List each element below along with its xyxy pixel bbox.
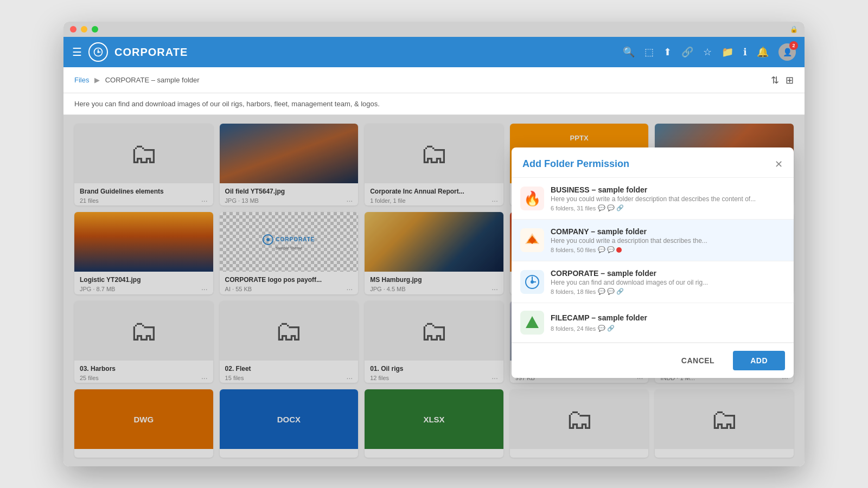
folder-stats-corporate: 8 folders, 18 files 💬 💬 🔗 [551, 288, 785, 295]
svg-marker-9 [526, 316, 539, 328]
folder-details-business: BUSINESS – sample folder Here you could … [551, 185, 785, 211]
folder-title-business: BUSINESS – sample folder [551, 185, 785, 194]
folder-count: 8 folders, 18 files [551, 288, 596, 295]
dialog-header: Add Folder Permission ✕ [512, 147, 794, 178]
folder-stats-business: 6 folders, 31 files 💬 💬 🔗 [551, 204, 785, 211]
folder-count: 6 folders, 31 files [551, 205, 596, 211]
folder-row-corporate[interactable]: CORPORATE – sample folder Here you can f… [512, 261, 794, 303]
maximize-button[interactable] [92, 26, 98, 33]
link-icon[interactable]: 🔗 [681, 46, 693, 58]
minimize-button[interactable] [81, 26, 87, 33]
lock-icon: 🔒 [790, 25, 798, 33]
titlebar: 🔒 [63, 22, 805, 37]
add-button[interactable]: ADD [733, 351, 785, 370]
page-description: Here you can find and download images of… [63, 93, 805, 115]
breadcrumb-current: CORPORATE – sample folder [105, 76, 200, 84]
breadcrumb-bar: Files ▶ CORPORATE – sample folder ⇅ ⊞ [63, 67, 805, 93]
folder-logo-business: 🔥 [520, 187, 544, 210]
folder-row-company[interactable]: COMPANY – sample folder Here you could w… [512, 220, 794, 261]
svg-point-1 [97, 51, 99, 53]
dialog-close-button[interactable]: ✕ [775, 159, 783, 169]
folder-row-business[interactable]: 🔥 BUSINESS – sample folder Here you coul… [512, 178, 794, 220]
breadcrumb-actions: ⇅ ⊞ [771, 74, 794, 86]
folder-details-corporate: CORPORATE – sample folder Here you can f… [551, 269, 785, 295]
stat-icons: 💬 🔗 [598, 325, 615, 332]
bell-icon[interactable]: 🔔 [757, 46, 769, 58]
sort-icon[interactable]: ⇅ [771, 74, 779, 86]
dialog-title: Add Folder Permission [522, 158, 629, 170]
breadcrumb-files-link[interactable]: Files [74, 76, 89, 84]
folder-details-company: COMPANY – sample folder Here you could w… [551, 227, 785, 253]
cursor-icon[interactable]: ⬚ [644, 46, 654, 58]
folder-row-filecamp[interactable]: FILECAMP – sample folder 8 folders, 24 f… [512, 303, 794, 343]
folder-desc-business: Here you could write a folder descriptio… [551, 195, 785, 203]
info-icon[interactable]: ℹ [743, 46, 747, 58]
topbar-icons: 🔍 ⬚ ⬆ 🔗 ☆ 📁 ℹ 🔔 👤 2 [623, 43, 796, 61]
breadcrumb: Files ▶ CORPORATE – sample folder [74, 76, 200, 84]
close-button[interactable] [70, 26, 76, 33]
notification-badge: 2 [789, 41, 798, 50]
folder-desc-corporate: Here you can find and download images of… [551, 279, 785, 286]
grid-view-icon[interactable]: ⊞ [786, 74, 794, 86]
avatar-wrap[interactable]: 👤 2 [778, 43, 796, 61]
stat-icons: 💬 💬 🔗 [598, 288, 624, 295]
folder-stats-filecamp: 8 folders, 24 files 💬 🔗 [551, 325, 785, 332]
cancel-button[interactable]: CANCEL [668, 351, 727, 370]
stat-icons: 💬 💬 [598, 246, 622, 253]
folder-count: 8 folders, 50 files [551, 247, 596, 253]
dialog-folder-list: 🔥 BUSINESS – sample folder Here you coul… [512, 178, 794, 343]
folder-logo-corporate [520, 270, 544, 294]
topbar: ☰ CORPORATE 🔍 ⬚ ⬆ 🔗 ☆ 📁 ℹ 🔔 👤 2 [63, 37, 805, 67]
folder-title-corporate: CORPORATE – sample folder [551, 269, 785, 278]
logo-icon [88, 42, 108, 62]
folder-details-filecamp: FILECAMP – sample folder 8 folders, 24 f… [551, 313, 785, 332]
star-icon[interactable]: ☆ [703, 46, 712, 58]
dialog-overlay: Add Folder Permission ✕ 🔥 BUSINESS – sam… [63, 115, 805, 466]
folder-logo-filecamp [520, 311, 544, 335]
search-icon[interactable]: 🔍 [623, 46, 635, 58]
folder-plus-icon[interactable]: 📁 [722, 46, 733, 58]
brand-name: CORPORATE [114, 46, 188, 59]
folder-desc-company: Here you could write a description that … [551, 237, 785, 245]
dialog-footer: CANCEL ADD [512, 343, 794, 378]
content-area: 🗂 Brand Guidelines elements 21 files ···… [63, 115, 805, 466]
folder-stats-company: 8 folders, 50 files 💬 💬 [551, 246, 785, 253]
folder-title-filecamp: FILECAMP – sample folder [551, 313, 785, 322]
folder-logo-company [520, 228, 544, 252]
stat-icons: 💬 💬 🔗 [598, 204, 624, 211]
upload-icon[interactable]: ⬆ [663, 46, 672, 58]
hamburger-icon[interactable]: ☰ [72, 46, 82, 59]
add-folder-permission-dialog: Add Folder Permission ✕ 🔥 BUSINESS – sam… [512, 147, 794, 378]
breadcrumb-separator: ▶ [94, 76, 100, 84]
folder-title-company: COMPANY – sample folder [551, 227, 785, 236]
app-window: 🔒 ☰ CORPORATE 🔍 ⬚ ⬆ 🔗 ☆ 📁 ℹ 🔔 👤 2 [63, 22, 805, 466]
folder-count: 8 folders, 24 files [551, 325, 596, 332]
